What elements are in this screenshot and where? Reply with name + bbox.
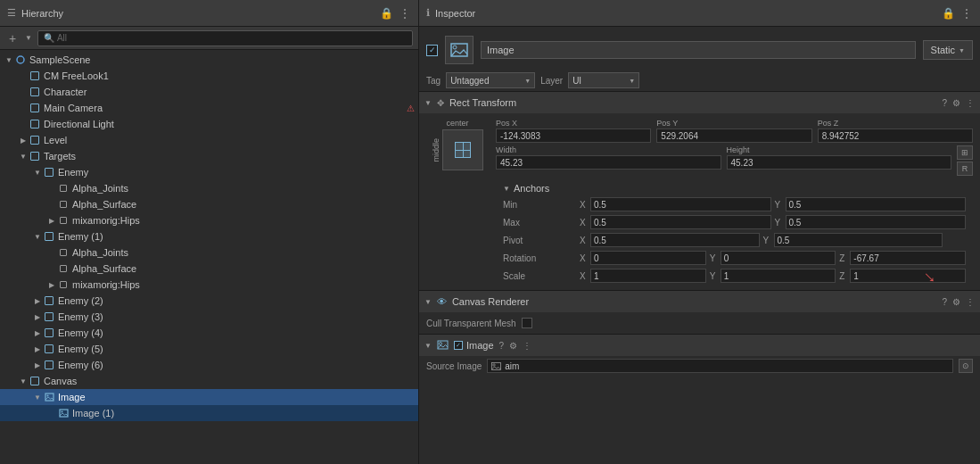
add-button[interactable]: + — [5, 31, 20, 46]
tag-dropdown[interactable]: Untagged ▼ — [446, 72, 535, 88]
rect-box[interactable] — [442, 129, 483, 170]
tree-item-directional-light[interactable]: Directional Light — [0, 116, 418, 132]
height-value[interactable]: 45.23 — [727, 155, 952, 170]
tree-item-character[interactable]: Character — [0, 84, 418, 100]
canvas-renderer-help-icon[interactable]: ? — [942, 297, 947, 307]
inspector-lock-icon[interactable]: 🔒 — [942, 8, 955, 19]
tree-item-alpha-surface-1[interactable]: Alpha_Surface — [0, 261, 418, 277]
rotation-x-value[interactable]: 0 — [590, 251, 706, 265]
search-placeholder: All — [57, 33, 67, 43]
canvas-renderer-header[interactable]: ▼ 👁 Canvas Renderer ? ⚙ ⋮ — [419, 291, 980, 312]
tree-item-targets[interactable]: Targets — [0, 148, 418, 164]
rect-transform-more-icon[interactable]: ⋮ — [966, 98, 975, 108]
static-badge[interactable]: Static ▼ — [923, 40, 973, 60]
source-image-field[interactable]: aim — [487, 359, 953, 373]
scale-z-value[interactable]: 1 — [850, 269, 966, 283]
min-x-value[interactable]: 0.5 — [590, 197, 771, 211]
pivot-y-field: Y 0.5 — [763, 233, 943, 247]
tree-item-cm-freelook[interactable]: CM FreeLook1 — [0, 68, 418, 84]
pivot-x-value[interactable]: 0.5 — [590, 233, 760, 247]
cull-checkbox[interactable] — [522, 318, 532, 328]
tag-value: Untagged — [450, 76, 489, 86]
cube-icon-hips-1 — [57, 278, 70, 291]
scene-icon — [14, 54, 27, 66]
pos-z-label: Pos Z — [818, 119, 973, 128]
tree-item-enemy-1[interactable]: Enemy (1) — [0, 228, 418, 244]
max-x-value[interactable]: 0.5 — [590, 215, 771, 229]
min-y-value[interactable]: 0.5 — [786, 197, 967, 211]
cube-icon-alpha-joints — [57, 182, 70, 195]
middle-label: middle — [432, 138, 441, 162]
tree-item-canvas[interactable]: Canvas — [0, 373, 418, 389]
scale-y-value[interactable]: 1 — [721, 269, 836, 283]
object-active-checkbox[interactable]: ✓ — [426, 45, 438, 56]
tree-item-enemy-5[interactable]: Enemy (5) — [0, 341, 418, 357]
rect-visual: center middle — [426, 119, 489, 285]
pos-y-value[interactable]: 529.2064 — [656, 128, 811, 143]
max-y-value[interactable]: 0.5 — [786, 215, 967, 229]
hierarchy-more-icon[interactable]: ⋮ — [399, 6, 411, 21]
hierarchy-menu-icon[interactable]: ☰ — [7, 7, 16, 19]
tree-label-enemy-4: Enemy (4) — [58, 327, 103, 338]
tag-layer-row: Tag Untagged ▼ Layer UI ▼ — [419, 70, 980, 91]
rotation-z-value[interactable]: -67.67 — [850, 251, 966, 265]
tree-item-enemy-2[interactable]: Enemy (2) — [0, 293, 418, 309]
tree-label-level: Level — [44, 135, 67, 145]
warning-icon-camera: ⚠ — [407, 104, 415, 113]
max-x-field: X 0.5 — [580, 215, 771, 229]
canvas-renderer-more-icon[interactable]: ⋮ — [966, 297, 975, 307]
tree-item-alpha-joints[interactable]: Alpha_Joints — [0, 180, 418, 196]
rotation-y-value[interactable]: 0 — [721, 251, 836, 265]
cube-icon-level — [29, 134, 41, 146]
tree-item-mixamorig-hips-1[interactable]: mixamorig:Hips — [0, 277, 418, 293]
image-component-expand-arrow: ▼ — [424, 342, 432, 350]
rotation-y-label: Y — [710, 253, 719, 263]
rect-transform-header[interactable]: ▼ ✥ Rect Transform ? ⚙ ⋮ — [419, 92, 980, 113]
rect-transform-move-icon: ✥ — [437, 98, 444, 108]
width-value[interactable]: 45.23 — [496, 155, 721, 170]
resize-btn-grid[interactable]: ⊞ — [957, 145, 973, 160]
pos-x-value[interactable]: -124.3083 — [496, 128, 651, 143]
tree-item-level[interactable]: Level — [0, 132, 418, 148]
search-input[interactable]: 🔍 All — [37, 30, 413, 46]
tree-item-alpha-surface[interactable]: Alpha_Surface — [0, 196, 418, 212]
svg-rect-3 — [60, 410, 68, 417]
cube-icon-camera — [29, 102, 41, 114]
width-col: Width 45.23 — [496, 145, 721, 176]
source-image-row: Source Image aim ⊙ — [419, 356, 980, 376]
tree-item-image-1[interactable]: Image (1) — [0, 405, 418, 421]
resize-btn-r[interactable]: R — [957, 162, 973, 176]
hierarchy-lock-icon[interactable]: 🔒 — [380, 8, 393, 19]
rect-transform-settings-icon[interactable]: ⚙ — [952, 98, 960, 108]
tree-item-main-camera[interactable]: Main Camera ⚠ — [0, 100, 418, 116]
image-component-settings-icon[interactable]: ⚙ — [509, 341, 517, 351]
tree-item-mixamorig-hips[interactable]: mixamorig:Hips — [0, 212, 418, 228]
layer-value: UI — [572, 76, 581, 86]
source-image-pick-btn[interactable]: ⊙ — [959, 359, 973, 373]
scene-root[interactable]: SampleScene — [0, 52, 418, 68]
image-enabled-checkbox[interactable] — [454, 341, 463, 350]
tree-item-image[interactable]: Image — [0, 389, 418, 405]
tag-arrow-icon: ▼ — [524, 78, 531, 84]
anchors-min-row: Min X 0.5 Y 0.5 — [496, 195, 973, 213]
image-component-more-icon[interactable]: ⋮ — [523, 341, 531, 351]
pivot-y-value[interactable]: 0.5 — [774, 233, 943, 247]
inspector-menu-icon[interactable]: ℹ — [426, 7, 430, 19]
max-y-label: Y — [775, 218, 784, 228]
layer-dropdown[interactable]: UI ▼ — [568, 72, 639, 88]
image-component-header[interactable]: ▼ Image ? ⚙ ⋮ — [419, 335, 980, 356]
image-component-help-icon[interactable]: ? — [499, 341, 505, 351]
pos-z-value[interactable]: 8.942752 — [818, 128, 973, 143]
pos-fields-row: Pos X -124.3083 Pos Y 529.2064 Pos Z 8.9… — [496, 119, 973, 143]
scale-x-value[interactable]: 1 — [590, 269, 706, 283]
inspector-more-icon[interactable]: ⋮ — [960, 6, 973, 21]
tree-item-enemy-3[interactable]: Enemy (3) — [0, 309, 418, 325]
rect-transform-help-icon[interactable]: ? — [942, 98, 947, 108]
object-name-field[interactable] — [481, 41, 916, 59]
tree-item-enemy[interactable]: Enemy — [0, 164, 418, 180]
tree-item-alpha-joints-1[interactable]: Alpha_Joints — [0, 244, 418, 261]
image-component-section: ▼ Image ? ⚙ ⋮ Source Image aim — [419, 334, 980, 376]
tree-item-enemy-6[interactable]: Enemy (6) — [0, 357, 418, 373]
canvas-renderer-settings-icon[interactable]: ⚙ — [952, 297, 960, 307]
tree-item-enemy-4[interactable]: Enemy (4) — [0, 325, 418, 341]
